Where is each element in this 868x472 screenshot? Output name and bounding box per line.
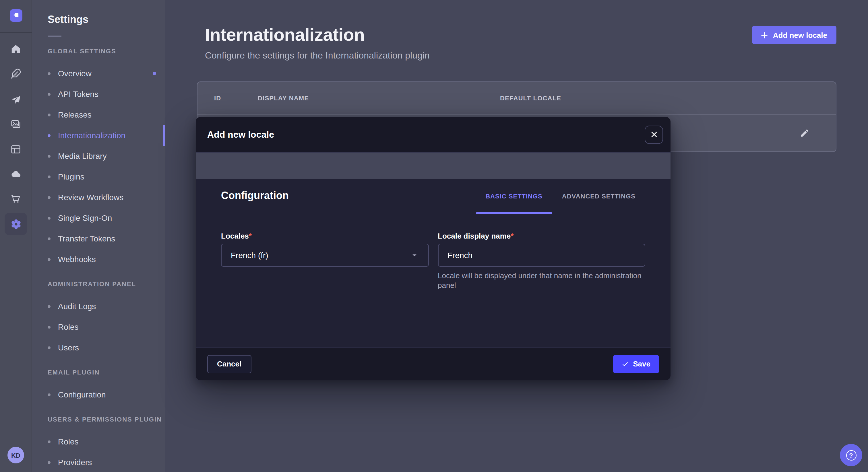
icon-rail: KD: [0, 0, 32, 472]
section-users-permissions-plugin: USERS & PERMISSIONS PLUGIN: [48, 416, 165, 423]
sidebar-item-overview[interactable]: Overview: [48, 63, 165, 84]
required-asterisk: *: [249, 232, 252, 240]
bullet-icon: [48, 393, 51, 396]
strapi-logo-icon: [12, 11, 20, 20]
bullet-icon: [48, 346, 51, 349]
modal-header: Add new locale: [196, 117, 671, 153]
nav-home-icon[interactable]: [0, 41, 32, 57]
nav-media-library-images-icon[interactable]: [0, 116, 32, 132]
bullet-icon: [48, 196, 51, 199]
sidebar-item-admin-roles[interactable]: Roles: [48, 316, 165, 337]
pencil-edit-icon: [800, 128, 809, 138]
tab-basic-settings[interactable]: BASIC SETTINGS: [476, 179, 552, 213]
sidebar-item-webhooks[interactable]: Webhooks: [48, 249, 165, 270]
bullet-icon: [48, 440, 51, 443]
app-window: KD Settings GLOBAL SETTINGS Overview API…: [0, 0, 868, 472]
bullet-icon: [48, 113, 51, 116]
table-header-row: ID DISPLAY NAME DEFAULT LOCALE: [197, 82, 836, 115]
configuration-header-row: Configuration BASIC SETTINGS ADVANCED SE…: [221, 179, 645, 213]
required-asterisk: *: [510, 232, 514, 240]
modal-footer: Cancel Save: [196, 347, 671, 380]
bullet-icon: [48, 155, 51, 158]
rail-divider: [0, 32, 32, 33]
edit-locale-button[interactable]: [800, 128, 809, 138]
sidebar-item-media-library[interactable]: Media Library: [48, 146, 165, 166]
nav-content-manager-layout-icon[interactable]: [0, 141, 32, 157]
sidebar-item-transfer-tokens[interactable]: Transfer Tokens: [48, 228, 165, 249]
display-name-input[interactable]: [438, 244, 645, 267]
sidebar-item-single-sign-on[interactable]: Single Sign-On: [48, 208, 165, 228]
bullet-icon: [48, 305, 51, 308]
save-label: Save: [633, 360, 650, 368]
column-display-name: DISPLAY NAME: [258, 95, 500, 102]
column-id: ID: [214, 95, 258, 102]
section-email-plugin: EMAIL PLUGIN: [48, 369, 165, 376]
modal-title: Add new locale: [207, 129, 274, 140]
close-modal-button[interactable]: [645, 125, 663, 144]
display-name-field: Locale display name* Locale will be disp…: [438, 231, 645, 290]
sidebar-item-internationalization[interactable]: Internationalization: [48, 125, 165, 146]
bullet-icon: [48, 175, 51, 178]
chevron-down-icon: [410, 250, 419, 260]
locales-select[interactable]: French (fr): [221, 244, 429, 267]
display-name-label: Locale display name*: [438, 232, 514, 240]
sidebar-title-rule: [48, 36, 61, 37]
question-mark-icon: ?: [846, 450, 856, 460]
locales-field: Locales* French (fr): [221, 231, 429, 290]
nav-content-builder-feather-icon[interactable]: [0, 65, 32, 81]
modal-body: Configuration BASIC SETTINGS ADVANCED SE…: [196, 179, 671, 347]
bullet-icon: [48, 93, 51, 96]
nav-cloud-icon[interactable]: [0, 166, 32, 182]
tab-advanced-settings[interactable]: ADVANCED SETTINGS: [552, 179, 645, 213]
sidebar-item-up-roles[interactable]: Roles: [48, 431, 165, 452]
section-administration-panel: ADMINISTRATION PANEL: [48, 280, 165, 287]
sidebar-item-users[interactable]: Users: [48, 337, 165, 358]
sidebar-item-email-configuration[interactable]: Configuration: [48, 384, 165, 405]
add-new-locale-label: Add new locale: [773, 31, 827, 39]
strapi-logo[interactable]: [10, 9, 22, 22]
sidebar-title: Settings: [48, 14, 165, 26]
locales-label: Locales*: [221, 232, 252, 240]
bullet-icon: [48, 326, 51, 328]
bullet-icon: [48, 237, 51, 240]
settings-gear-icon: [9, 217, 22, 230]
save-button[interactable]: Save: [613, 355, 659, 373]
sidebar-item-plugins[interactable]: Plugins: [48, 166, 165, 187]
check-icon: [621, 361, 628, 367]
bullet-icon: [48, 134, 51, 137]
section-global-settings: GLOBAL SETTINGS: [48, 47, 165, 55]
plus-icon: [762, 32, 768, 38]
notification-dot-icon: [153, 72, 156, 75]
page-subtitle: Configure the settings for the Internati…: [205, 50, 836, 61]
display-name-hint: Locale will be displayed under that name…: [438, 271, 645, 290]
settings-tabs: BASIC SETTINGS ADVANCED SETTINGS: [476, 179, 645, 213]
cancel-button[interactable]: Cancel: [207, 355, 251, 373]
add-locale-modal: Add new locale Configuration BASIC SETTI…: [196, 117, 671, 380]
sidebar-item-review-workflows[interactable]: Review Workflows: [48, 187, 165, 208]
nav-marketplace-cart-icon[interactable]: [0, 191, 32, 206]
add-new-locale-button[interactable]: Add new locale: [752, 26, 836, 44]
sidebar-item-releases[interactable]: Releases: [48, 104, 165, 125]
x-close-icon: [651, 131, 657, 138]
help-button[interactable]: ?: [840, 444, 862, 466]
nav-deploy-send-icon[interactable]: [0, 92, 32, 108]
bullet-icon: [48, 258, 51, 261]
sidebar-item-audit-logs[interactable]: Audit Logs: [48, 296, 165, 316]
modal-fields: Locales* French (fr) Locale display name…: [221, 231, 645, 290]
bullet-icon: [48, 216, 51, 220]
sidebar-item-providers[interactable]: Providers: [48, 452, 165, 472]
bullet-icon: [48, 461, 51, 464]
sidebar-item-api-tokens[interactable]: API Tokens: [48, 84, 165, 104]
configuration-title: Configuration: [221, 190, 289, 202]
settings-sidebar: Settings GLOBAL SETTINGS Overview API To…: [32, 0, 165, 472]
page-title: Internationalization: [205, 25, 836, 45]
column-default-locale: DEFAULT LOCALE: [500, 95, 836, 102]
bullet-icon: [48, 72, 51, 75]
locales-selected-value: French (fr): [231, 250, 268, 260]
nav-settings-gear-active[interactable]: [5, 213, 27, 235]
user-avatar[interactable]: KD: [7, 447, 24, 463]
